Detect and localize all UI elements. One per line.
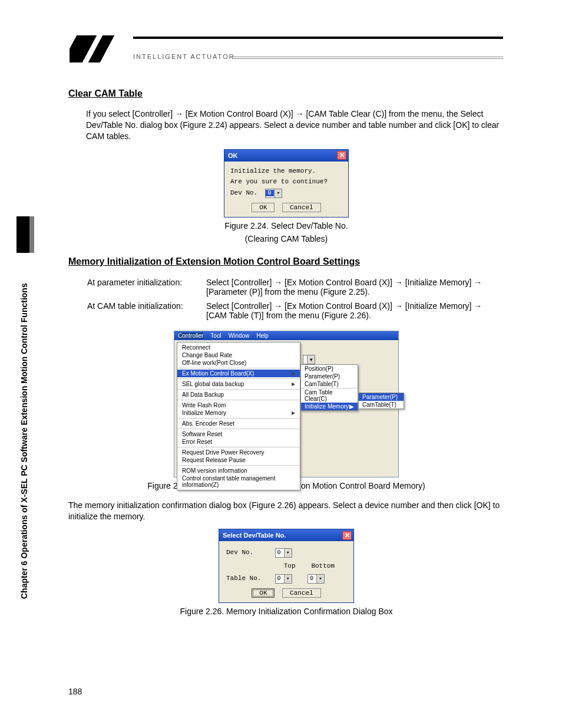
menu-reqpause[interactable]: Request Release Pause [177, 456, 300, 464]
devno-label: Dev No. [230, 189, 257, 196]
chevron-down-icon[interactable]: ▾ [307, 355, 315, 364]
caption-224a: Figure 2.24. Select Dev/Table No. [68, 221, 504, 230]
menu-alldata[interactable]: All Data Backup [177, 391, 300, 398]
section2-title: Memory Initialization of Extension Motio… [68, 256, 504, 267]
dlg2-bottom-select[interactable]: 0▾ [308, 574, 325, 584]
menu-window: Controller Tool Window Help ▾ Reconnect … [174, 331, 399, 477]
brand-text: INTELLIGENT ACTUATOR [133, 53, 235, 60]
menu-tool[interactable]: Tool [210, 332, 221, 339]
dlg1-line2: Are you sure to continue? [230, 178, 342, 185]
ok-dialog-titlebar[interactable]: OK ✕ [224, 150, 348, 162]
menu-help[interactable]: Help [256, 332, 269, 339]
caption-224b: (Clearing CAM Tables) [68, 234, 504, 243]
dlg2-bottom-hdr: Bottom [308, 562, 338, 569]
brand-logo [70, 35, 130, 62]
chevron-down-icon[interactable]: ▾ [316, 575, 324, 583]
exmotion-submenu: Position(P) Parameter(P) CamTable(T) Cam… [300, 364, 358, 411]
initmem-submenu: Parameter(P) CamTable(T) [358, 393, 404, 409]
page-number: 188 [68, 687, 82, 696]
dlg2-top-select[interactable]: 0▾ [275, 574, 292, 584]
sub2-parameter[interactable]: Parameter(P) [359, 393, 404, 401]
menu-selglobal[interactable]: SEL global data backup▶ [177, 380, 300, 388]
section1-para: If you select [Controller] → [Ex Motion … [86, 108, 504, 142]
sub1-initmem[interactable]: Initialize Memory▶ [301, 403, 358, 410]
menu-absenc[interactable]: Abs. Encoder Reset [177, 420, 300, 427]
menu-writeflash[interactable]: Write Flash Rom [177, 401, 300, 409]
caption-226: Figure 2.26. Memory Initialization Confi… [68, 607, 504, 616]
content: Clear CAM Table If you select [Controlle… [68, 88, 504, 616]
controller-dropdown: Reconnect Change Baud Rate Off-line work… [177, 342, 300, 490]
dlg2-top-hdr: Top [275, 562, 305, 569]
menu-offline[interactable]: Off-line work(Port Close) [177, 359, 300, 367]
dlg2-devno-label: Dev No. [226, 549, 271, 556]
sub2-camtable[interactable]: CamTable(T) [359, 401, 404, 409]
chevron-down-icon[interactable]: ▾ [284, 575, 292, 583]
menu-reqdrive[interactable]: Request Drive Power Recovery [177, 449, 300, 456]
dlg2-devno-value: 0 [276, 549, 284, 556]
dlg2-top-value: 0 [276, 575, 284, 582]
menu-baud[interactable]: Change Baud Rate [177, 351, 300, 359]
menu-exmotion[interactable]: Ex Motion Control Board(X)▶ [177, 370, 300, 377]
dlg2-cancel-button[interactable]: Cancel [282, 588, 321, 598]
toolbar-select[interactable]: ▾ [303, 355, 315, 364]
devno-value: 0 [266, 190, 274, 196]
sub1-position[interactable]: Position(P) [301, 365, 358, 373]
brand-header: INTELLIGENT ACTUATOR [70, 33, 503, 72]
defB-label: At CAM table initialization: [87, 301, 205, 324]
menu-window-item[interactable]: Window [229, 332, 250, 339]
chapter-tab-grey [29, 216, 34, 253]
defA-label: At parameter initialization: [87, 278, 205, 300]
dlg2-bottom-value: 0 [308, 575, 316, 582]
dlg2-tableno-label: Table No. [226, 575, 271, 582]
menu-swreset[interactable]: Software Reset [177, 430, 300, 438]
page: Chapter 6 Operations of X-SEL PC Softwar… [0, 0, 562, 728]
menu-controller[interactable]: Controller [178, 332, 203, 339]
chevron-down-icon[interactable]: ▾ [274, 189, 282, 197]
para3: The memory initialization confirmation d… [68, 500, 504, 522]
chevron-down-icon[interactable]: ▾ [284, 549, 292, 557]
close-icon[interactable]: ✕ [342, 531, 352, 540]
sub1-camclear[interactable]: Cam Table Clear(C) [301, 388, 358, 403]
menu-ctrlconst[interactable]: Control constant table management inform… [177, 475, 300, 489]
menu-initmem[interactable]: Initialize Memory▶ [177, 409, 300, 417]
ok-dialog-title: OK [228, 152, 238, 159]
section1-title: Clear CAM Table [68, 88, 504, 99]
side-chapter-label: Chapter 6 Operations of X-SEL PC Softwar… [19, 283, 29, 599]
dlg1-line1: Initialize the memory. [230, 167, 342, 174]
defB-value: Select [Controller] → [Ex Motion Control… [206, 301, 503, 324]
dlg2-devno-select[interactable]: 0▾ [275, 548, 292, 558]
sub1-parameter[interactable]: Parameter(P) [301, 373, 358, 380]
close-icon[interactable]: ✕ [337, 151, 346, 160]
dlg2-title: Select Dev/Table No. [223, 532, 286, 539]
defA-value: Select [Controller] → [Ex Motion Control… [206, 278, 503, 300]
sub1-camtable[interactable]: CamTable(T) [301, 380, 358, 388]
defs-table: At parameter initialization: Select [Con… [86, 276, 504, 325]
menu-romver[interactable]: ROM version information [177, 467, 300, 475]
menu-bar[interactable]: Controller Tool Window Help [174, 331, 398, 340]
select-dev-dialog: Select Dev/Table No. ✕ Dev No. 0▾ Top Bo… [219, 529, 354, 603]
devno-select[interactable]: 0▾ [265, 189, 282, 198]
cancel-button[interactable]: Cancel [282, 203, 321, 212]
chapter-tab-black [16, 216, 29, 253]
ok-button[interactable]: OK [252, 203, 275, 212]
dlg2-ok-button[interactable]: OK [252, 588, 275, 598]
ok-dialog: OK ✕ Initialize the memory. Are you sure… [224, 149, 349, 218]
dlg2-titlebar[interactable]: Select Dev/Table No. ✕ [219, 529, 353, 541]
menu-errreset[interactable]: Error Reset [177, 438, 300, 446]
menu-reconnect[interactable]: Reconnect [177, 344, 300, 351]
